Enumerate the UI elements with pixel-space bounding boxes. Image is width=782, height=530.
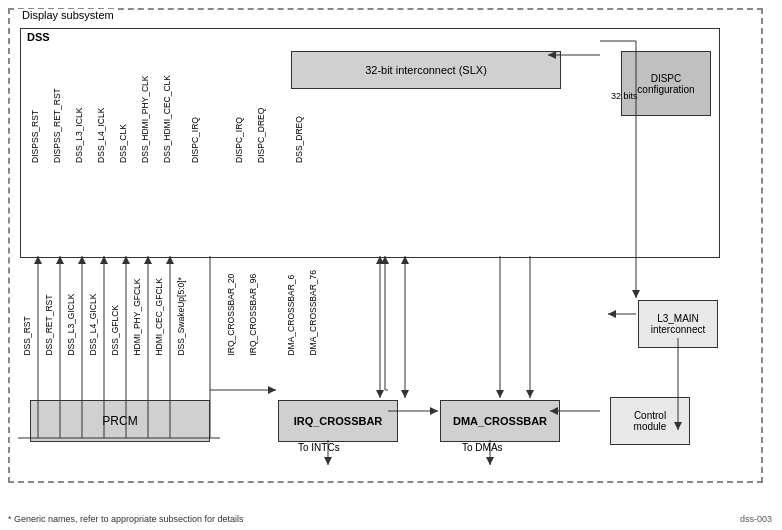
ext-signal-dma-cb-6: DMA_CROSSBAR_6 [286, 270, 296, 356]
ext-signal-irq-cb-96: IRQ_CROSSBAR_96 [248, 270, 258, 356]
irq-crossbar-box: IRQ_CROSSBAR [278, 400, 398, 442]
irq-crossbar-label: IRQ_CROSSBAR [294, 415, 383, 427]
ext-signal-hdmi-cec-gfclk: HDMI_CEC_GFCLK [154, 270, 164, 356]
footnote: * Generic names, refer to appropriate su… [8, 514, 244, 524]
signal-dss-hdmi-cec-clk: DSS_HDMI_CEC_CLK [162, 75, 172, 163]
ext-signal-dss-swakeup: DSS_SwakeUp[5:0]* [176, 270, 186, 356]
prcm-box: PRCM [30, 400, 210, 442]
signal-dispc-irq-2: DISPC_IRQ [234, 75, 244, 163]
l3-main-box: L3_MAINinterconnect [638, 300, 718, 348]
l3-main-label: L3_MAINinterconnect [651, 313, 705, 335]
bits-label: 32 bits [611, 91, 638, 101]
signal-dss-l3-iclk: DSS_L3_ICLK [74, 75, 84, 163]
diagram-id: dss-003 [740, 514, 772, 524]
signal-dss-clk: DSS_CLK [118, 75, 128, 163]
ext-signal-dma-cb-76: DMA_CROSSBAR_76 [308, 270, 318, 356]
dispc-config-label: DISPCconfiguration [637, 73, 694, 95]
dss-signals-group: DISPSS_RST DISPSS_RET_RST DSS_L3_ICLK DS… [30, 75, 304, 163]
signal-dss-l4-iclk: DSS_L4_ICLK [96, 75, 106, 163]
control-module-label: Controlmodule [634, 410, 667, 432]
ext-signal-dss-l3-giclk: DSS_L3_GICLK [66, 270, 76, 356]
ext-signal-irq-cb-20: IRQ_CROSSBAR_20 [226, 270, 236, 356]
dma-crossbar-label: DMA_CROSSBAR [453, 415, 547, 427]
interconnect-box: 32-bit interconnect (SLX) [291, 51, 561, 89]
signal-dss-dreq: DSS_DREQ [294, 75, 304, 163]
prcm-label: PRCM [102, 414, 137, 428]
signal-dispc-dreq: DISPC_DREQ [256, 75, 266, 163]
page: Display subsystem DSS 32-bit interconnec… [0, 0, 782, 530]
signal-dispc-irq-1: DISPC_IRQ [190, 75, 200, 163]
to-dmas-label: To DMAs [462, 442, 503, 453]
ext-signal-dss-l4-giclk: DSS_L4_GICLK [88, 270, 98, 356]
external-signals-group: DSS_RST DSS_RET_RST DSS_L3_GICLK DSS_L4_… [22, 270, 318, 356]
ext-signal-dss-rst: DSS_RST [22, 270, 32, 356]
ext-signal-hdmi-phy-gfclk: HDMI_PHY_GFCLK [132, 270, 142, 356]
dispc-config-box: DISPCconfiguration [621, 51, 711, 116]
interconnect-label: 32-bit interconnect (SLX) [365, 64, 487, 76]
ext-signal-dss-ret-rst: DSS_RET_RST [44, 270, 54, 356]
dma-crossbar-box: DMA_CROSSBAR [440, 400, 560, 442]
control-module-box: Controlmodule [610, 397, 690, 445]
signal-dss-hdmi-phy-clk: DSS_HDMI_PHY_CLK [140, 75, 150, 163]
display-subsystem-label: Display subsystem [18, 9, 118, 21]
ext-signal-dss-gflck: DSS_GFLCK [110, 270, 120, 356]
dss-label: DSS [27, 31, 50, 43]
signal-dispss-ret-rst: DISPSS_RET_RST [52, 75, 62, 163]
to-intcs-label: To INTCs [298, 442, 340, 453]
signal-dispss-rst: DISPSS_RST [30, 75, 40, 163]
